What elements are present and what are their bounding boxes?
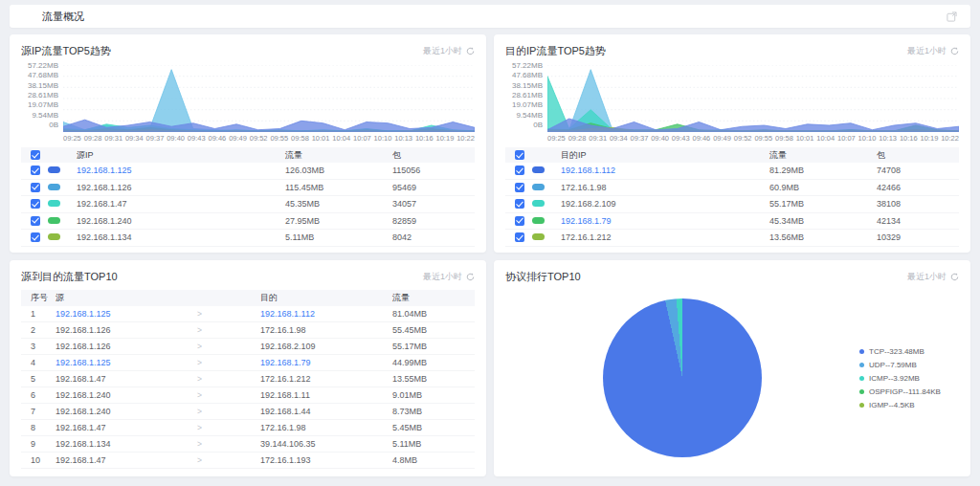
y-tick: 0B (49, 122, 58, 129)
time-range-selector[interactable]: 最近1小时 (423, 271, 475, 283)
ip-address[interactable]: 192.168.1.79 (561, 216, 769, 226)
x-tick: 09:25 (547, 134, 566, 143)
row-checkbox[interactable] (515, 199, 524, 209)
traffic-value: 45.35MB (285, 199, 392, 209)
dest-ip[interactable]: 192.168.1.79 (260, 358, 392, 367)
x-tick: 09:46 (208, 134, 226, 143)
row-checkbox[interactable] (31, 232, 40, 242)
dest-ip: 39.144.106.35 (260, 439, 392, 449)
dest-ip[interactable]: 192.168.1.112 (260, 309, 392, 319)
source-ip-table: 源IP流量包192.168.1.125126.03MB115056192.168… (21, 147, 475, 247)
y-tick: 19.07MB (512, 101, 543, 109)
flow-arrow-icon: > (197, 423, 260, 432)
time-range-label: 最近1小时 (423, 45, 462, 57)
x-tick: 10:01 (796, 134, 814, 143)
refresh-icon[interactable] (950, 47, 959, 55)
time-range-selector[interactable]: 最近1小时 (907, 271, 959, 283)
x-tick: 09:37 (631, 134, 649, 143)
x-tick: 09:55 (754, 134, 772, 143)
table-row: 172.16.1.21213.56MB10329 (505, 230, 959, 247)
source-ip[interactable]: 192.168.1.125 (56, 358, 197, 367)
time-range-selector[interactable]: 最近1小时 (423, 45, 475, 57)
table-header-row: 目的IP流量包 (505, 147, 959, 163)
col-header-traffic: 流量 (285, 149, 392, 162)
series-color-pill (48, 199, 77, 209)
y-tick: 38.15MB (28, 82, 58, 90)
traffic-value: 13.55MB (392, 374, 475, 384)
legend-item-IGMP[interactable]: IGMP--4.5KB (859, 398, 957, 411)
row-index: 8 (21, 423, 56, 432)
row-checkbox[interactable] (31, 199, 40, 209)
dest-ip-area-chart: 57.22MB47.68MB38.15MB28.61MB19.07MB9.54M… (505, 65, 959, 143)
y-tick: 57.22MB (28, 62, 58, 70)
series-color-pill (532, 232, 561, 242)
legend-label: ICMP--3.92MB (869, 374, 920, 383)
legend-item-TCP[interactable]: TCP--323.48MB (859, 344, 957, 358)
packets-value: 82859 (392, 216, 475, 226)
panel-src-dst-top10: 源到目的流量TOP10 最近1小时 序号源目的流量1192.168.1.125>… (10, 260, 486, 476)
packets-value: 95469 (392, 183, 475, 192)
row-checkbox[interactable] (31, 166, 40, 175)
traffic-overview-page: 流量概况 源IP流量TOP5趋势 最近1小时 57.22MB47.68MB38.… (0, 0, 980, 476)
row-checkbox[interactable] (515, 232, 524, 242)
source-ip-area-chart: 57.22MB47.68MB38.15MB28.61MB19.07MB9.54M… (21, 65, 475, 143)
y-tick: 38.15MB (512, 82, 543, 90)
traffic-value: 55.17MB (769, 199, 877, 209)
row-index: 6 (21, 390, 56, 400)
row-checkbox[interactable] (515, 216, 524, 226)
source-ip[interactable]: 192.168.1.125 (56, 309, 197, 319)
flow-arrow-icon: > (197, 407, 260, 416)
dest-ip: 172.16.1.193 (260, 455, 392, 465)
table-row: 8192.168.1.47>172.16.1.985.45MB (21, 420, 475, 436)
x-axis-labels: 09:2509:2809:3109:3409:3709:4009:4309:46… (63, 134, 475, 143)
flow-arrow-icon: > (197, 342, 260, 351)
x-tick: 10:07 (353, 134, 371, 143)
dest-ip: 172.16.1.212 (260, 374, 392, 384)
flow-arrow-icon: > (197, 325, 260, 335)
x-tick: 10:10 (858, 134, 877, 143)
x-tick: 10:19 (921, 134, 939, 143)
traffic-value: 60.9MB (769, 183, 877, 192)
select-all-checkbox[interactable] (31, 150, 40, 160)
row-checkbox[interactable] (31, 183, 40, 192)
series-color-pill (532, 216, 561, 226)
table-header-row: 序号源目的流量 (21, 290, 475, 306)
legend-item-OSPFIGP[interactable]: OSPFIGP--111.84KB (859, 385, 957, 398)
series-color-pill (48, 166, 77, 175)
select-all-checkbox[interactable] (515, 150, 524, 160)
ip-address[interactable]: 192.168.1.125 (77, 166, 285, 175)
source-ip: 192.168.1.47 (56, 374, 197, 384)
refresh-icon[interactable] (950, 273, 959, 281)
source-ip: 192.168.1.47 (56, 423, 197, 432)
dashboard-grid: 源IP流量TOP5趋势 最近1小时 57.22MB47.68MB38.15MB2… (10, 34, 970, 476)
x-tick: 09:34 (610, 134, 628, 143)
row-checkbox[interactable] (515, 166, 524, 175)
y-tick: 0B (533, 122, 543, 129)
ip-address: 192.168.2.109 (561, 199, 769, 209)
flow-arrow-icon: > (197, 309, 260, 319)
time-range-selector[interactable]: 最近1小时 (907, 45, 959, 57)
refresh-icon[interactable] (466, 273, 475, 281)
panel-title: 目的IP流量TOP5趋势 (505, 44, 606, 58)
row-checkbox[interactable] (515, 183, 524, 192)
series-color-pill (48, 183, 77, 192)
expand-icon[interactable] (947, 11, 957, 22)
table-row: 172.16.1.9860.9MB42466 (505, 180, 959, 197)
pie-circle[interactable] (603, 298, 762, 457)
legend-item-UDP[interactable]: UDP--7.59MB (859, 358, 957, 371)
traffic-value: 8.73MB (392, 407, 475, 416)
legend-item-ICMP[interactable]: ICMP--3.92MB (859, 371, 957, 385)
refresh-icon[interactable] (466, 47, 475, 55)
packets-value: 115056 (392, 166, 475, 175)
row-checkbox[interactable] (31, 216, 40, 226)
x-tick: 09:40 (167, 134, 185, 143)
protocol-pie-chart: TCP--323.48MBUDP--7.59MBICMP--3.92MBOSPF… (505, 287, 959, 469)
area-series-172.16.1.98 (547, 70, 959, 132)
table-row: 192.168.1.126115.45MB95469 (21, 180, 475, 197)
page-header: 流量概况 (10, 5, 970, 28)
row-index: 7 (21, 407, 56, 416)
ip-address: 192.168.1.240 (77, 216, 285, 226)
ip-address[interactable]: 192.168.1.112 (561, 166, 769, 175)
col-header-traffic: 流量 (392, 292, 475, 304)
panel-dest-ip-trend: 目的IP流量TOP5趋势 最近1小时 57.22MB47.68MB38.15MB… (494, 34, 970, 253)
